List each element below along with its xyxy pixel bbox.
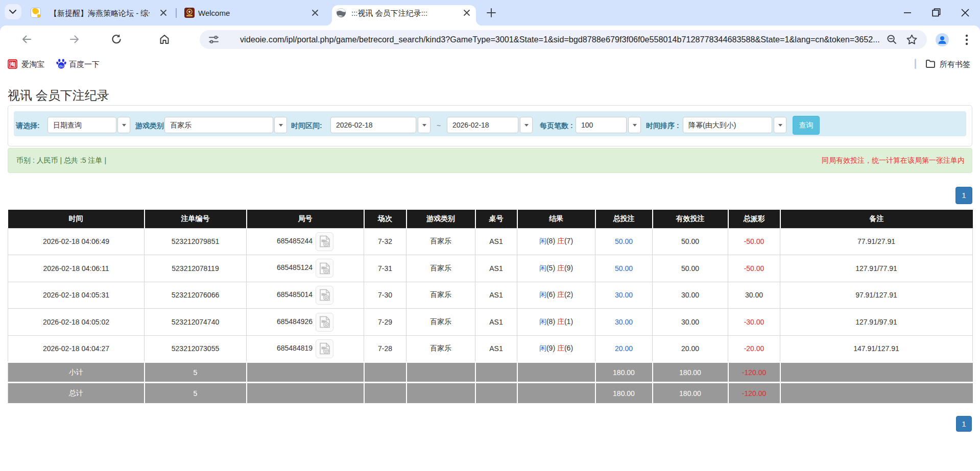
svg-text:淘: 淘 <box>9 61 15 67</box>
svg-text:du: du <box>59 64 64 68</box>
